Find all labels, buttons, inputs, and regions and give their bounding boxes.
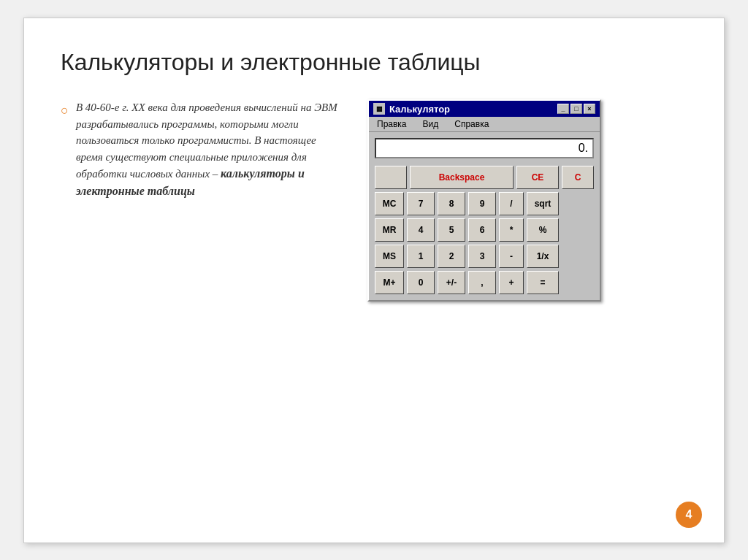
bullet-text: В 40-60-е г. XX века для проведения вычи… — [76, 99, 338, 200]
button-3[interactable]: 3 — [468, 245, 496, 268]
button-9[interactable]: 9 — [468, 192, 496, 215]
calc-row-3: MS 1 2 3 - 1/x — [375, 245, 594, 268]
slide: Калькуляторы и электронные таблицы ○ В 4… — [23, 18, 725, 543]
text-area: ○ В 40-60-е г. XX века для проведения вы… — [61, 99, 338, 513]
slide-title: Калькуляторы и электронные таблицы — [61, 47, 687, 78]
bullet-item: ○ В 40-60-е г. XX века для проведения вы… — [61, 99, 338, 200]
calculator-display: 0. — [375, 138, 594, 158]
button-c[interactable]: C — [562, 166, 594, 189]
titlebar-left: ▦ Калькулятор — [373, 103, 450, 115]
button-add[interactable]: + — [499, 271, 524, 294]
close-button[interactable]: × — [584, 104, 595, 114]
button-plusminus[interactable]: +/- — [438, 271, 465, 294]
page-badge: 4 — [676, 502, 702, 528]
button-comma[interactable]: , — [468, 271, 496, 294]
button-mr[interactable]: MR — [375, 218, 404, 242]
menu-item-pravka[interactable]: Правка — [375, 118, 409, 130]
button-0[interactable]: 0 — [407, 271, 435, 294]
button-6[interactable]: 6 — [468, 218, 496, 242]
button-1[interactable]: 1 — [407, 245, 435, 268]
button-multiply[interactable]: * — [499, 218, 524, 242]
calculator-buttons: Backspace CE C MC 7 8 9 / sqrt — [369, 161, 600, 300]
calc-row-1: MC 7 8 9 / sqrt — [375, 192, 594, 215]
minimize-button[interactable]: _ — [557, 104, 569, 114]
button-percent[interactable]: % — [527, 218, 559, 242]
content-area: ○ В 40-60-е г. XX века для проведения вы… — [61, 99, 687, 513]
titlebar-buttons: _ □ × — [557, 104, 595, 114]
button-5[interactable]: 5 — [438, 218, 465, 242]
calc-row-0: Backspace CE C — [375, 166, 594, 189]
calculator-area: ▦ Калькулятор _ □ × Правка Вид Справка — [367, 99, 601, 513]
button-divide[interactable]: / — [499, 192, 524, 215]
button-equals[interactable]: = — [527, 271, 559, 294]
button-reciprocal[interactable]: 1/x — [527, 245, 559, 268]
button-ce[interactable]: CE — [516, 166, 559, 189]
calc-row-2: MR 4 5 6 * % — [375, 218, 594, 242]
button-sqrt[interactable]: sqrt — [527, 192, 559, 215]
menu-item-vid[interactable]: Вид — [421, 118, 441, 130]
button-empty[interactable] — [375, 166, 407, 189]
calc-window-title: Калькулятор — [389, 104, 450, 115]
button-backspace[interactable]: Backspace — [410, 166, 514, 189]
button-4[interactable]: 4 — [407, 218, 435, 242]
calculator-menubar: Правка Вид Справка — [369, 117, 600, 132]
button-7[interactable]: 7 — [407, 192, 435, 215]
menu-item-spravka[interactable]: Справка — [452, 118, 491, 130]
display-value: 0. — [579, 142, 588, 154]
page-number: 4 — [686, 508, 692, 521]
button-mc[interactable]: MC — [375, 192, 404, 215]
calc-row-4: M+ 0 +/- , + = — [375, 271, 594, 294]
calculator-window: ▦ Калькулятор _ □ × Правка Вид Справка — [367, 99, 601, 302]
button-mplus[interactable]: M+ — [375, 271, 404, 294]
calculator-titlebar: ▦ Калькулятор _ □ × — [369, 101, 600, 117]
button-2[interactable]: 2 — [438, 245, 465, 268]
button-subtract[interactable]: - — [499, 245, 524, 268]
button-8[interactable]: 8 — [438, 192, 465, 215]
maximize-button[interactable]: □ — [570, 104, 582, 114]
calc-app-icon: ▦ — [373, 103, 385, 115]
button-ms[interactable]: MS — [375, 245, 404, 268]
bullet-icon: ○ — [61, 101, 69, 120]
